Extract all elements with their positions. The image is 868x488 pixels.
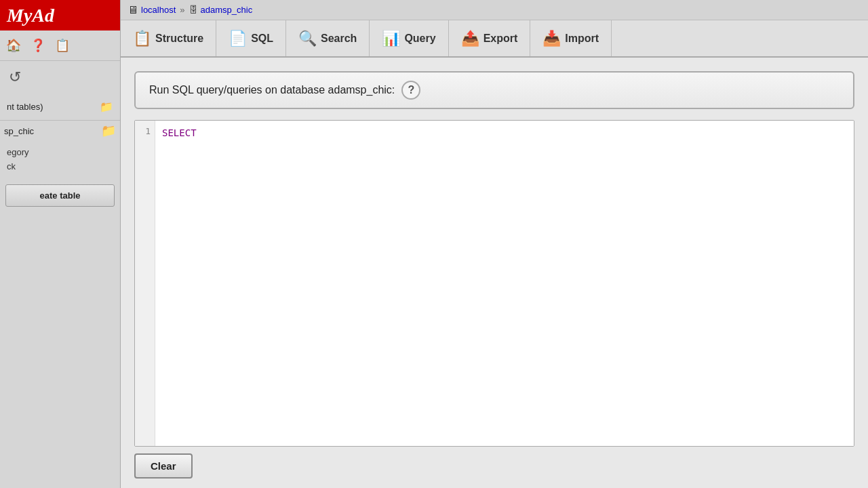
import-icon: 📥 bbox=[542, 30, 561, 47]
line-numbers: 1 bbox=[135, 121, 155, 446]
help-icon[interactable]: ❓ bbox=[28, 36, 47, 55]
server-icon: 🖥 bbox=[127, 4, 138, 16]
export-icon: 📤 bbox=[461, 30, 479, 47]
back-section: ↺ bbox=[0, 61, 120, 94]
sql-button[interactable]: 📄 SQL bbox=[216, 20, 286, 56]
breadcrumb: 🖥 localhost » 🗄 adamsp_chic bbox=[121, 0, 868, 20]
breadcrumb-server[interactable]: localhost bbox=[141, 5, 176, 15]
query-icon: 📊 bbox=[382, 30, 400, 47]
sql-editor-inner: 1 SELECT bbox=[135, 121, 854, 446]
clear-button[interactable]: Clear bbox=[134, 453, 193, 479]
breadcrumb-db-icon: 🗄 bbox=[189, 5, 198, 15]
export-button[interactable]: 📤 Export bbox=[449, 20, 531, 56]
home-icon[interactable]: 🏠 bbox=[4, 36, 23, 55]
sidebar: MyAd 🏠 ❓ 📋 ↺ nt tables) 📁 sp_chic 📁 egor… bbox=[0, 0, 121, 488]
tables-header: nt tables) 📁 bbox=[3, 98, 117, 116]
tables-section: nt tables) 📁 bbox=[0, 94, 120, 121]
table-item-ck[interactable]: ck bbox=[5, 159, 115, 174]
sql-textarea[interactable]: SELECT bbox=[155, 121, 854, 446]
search-label: Search bbox=[321, 33, 357, 45]
import-button[interactable]: 📥 Import bbox=[530, 20, 612, 56]
sidebar-icon-bar: 🏠 ❓ 📋 bbox=[0, 30, 120, 61]
clipboard-icon[interactable]: 📋 bbox=[53, 36, 72, 55]
table-item-category[interactable]: egory bbox=[5, 145, 115, 159]
sql-textarea-wrapper: SELECT bbox=[155, 121, 854, 446]
main-content: 🖥 localhost » 🗄 adamsp_chic 📋 Structure … bbox=[121, 0, 868, 488]
search-icon: 🔍 bbox=[298, 30, 317, 47]
table-expand-icon[interactable]: 📁 bbox=[100, 100, 113, 113]
logo: MyAd bbox=[0, 0, 120, 30]
create-table-button[interactable]: eate table bbox=[5, 184, 115, 207]
sql-icon: 📄 bbox=[229, 30, 247, 47]
db-folder-icon[interactable]: 📁 bbox=[101, 123, 116, 138]
structure-icon: 📋 bbox=[133, 30, 151, 47]
sql-editor-container: 1 SELECT bbox=[134, 120, 854, 447]
db-label: sp_chic bbox=[4, 126, 98, 136]
bottom-bar: Clear bbox=[134, 447, 854, 488]
query-button[interactable]: 📊 Query bbox=[370, 20, 448, 56]
sql-heading-text: Run SQL query/queries on database adamsp… bbox=[149, 84, 395, 96]
help-circle-icon[interactable]: ? bbox=[401, 81, 420, 100]
breadcrumb-sep: » bbox=[180, 5, 184, 15]
structure-button[interactable]: 📋 Structure bbox=[121, 20, 216, 56]
content-area: Run SQL query/queries on database adamsp… bbox=[121, 58, 868, 488]
table-list: egory ck bbox=[0, 141, 120, 178]
query-label: Query bbox=[404, 33, 435, 45]
back-button[interactable]: ↺ bbox=[4, 66, 26, 88]
tables-label: nt tables) bbox=[7, 102, 43, 112]
toolbar: 📋 Structure 📄 SQL 🔍 Search 📊 Query 📤 Exp… bbox=[121, 20, 868, 58]
export-label: Export bbox=[484, 33, 518, 45]
line-number-1: 1 bbox=[139, 126, 151, 136]
structure-label: Structure bbox=[155, 33, 203, 45]
sql-label: SQL bbox=[251, 33, 273, 45]
db-select-row: sp_chic 📁 bbox=[0, 121, 120, 141]
import-label: Import bbox=[565, 33, 599, 45]
breadcrumb-database[interactable]: adamsp_chic bbox=[201, 5, 253, 15]
search-button[interactable]: 🔍 Search bbox=[286, 20, 370, 56]
sql-heading-box: Run SQL query/queries on database adamsp… bbox=[134, 71, 854, 109]
